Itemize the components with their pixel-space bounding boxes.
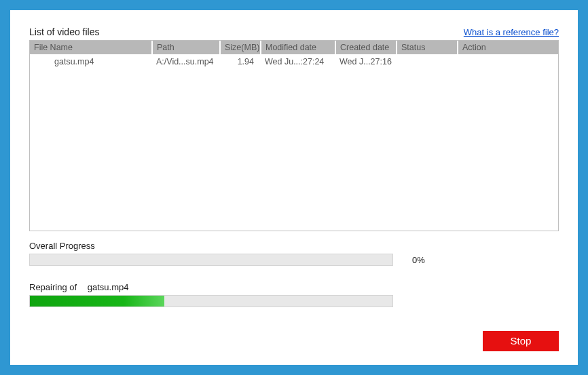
page-title: List of video files xyxy=(29,26,100,37)
table-header-row: File Name Path Size(MB) Modified date Cr… xyxy=(30,41,558,54)
repair-prefix: Repairing of xyxy=(29,282,77,292)
col-header-created[interactable]: Created date xyxy=(335,41,397,54)
col-header-action[interactable]: Action xyxy=(458,41,558,54)
cell-created: Wed J...27:16 xyxy=(335,54,397,69)
file-table-container: File Name Path Size(MB) Modified date Cr… xyxy=(29,40,559,231)
overall-progress-percent: 0% xyxy=(412,255,425,265)
file-table: File Name Path Size(MB) Modified date Cr… xyxy=(30,41,558,69)
overall-progress-label: Overall Progress xyxy=(29,241,559,251)
repair-progress-fill xyxy=(30,296,164,307)
table-row[interactable]: gatsu.mp4 A:/Vid...su.mp4 1.94 Wed Ju...… xyxy=(30,54,558,69)
overall-progress-bar xyxy=(29,254,393,266)
stop-button[interactable]: Stop xyxy=(483,331,559,351)
overall-progress-row: 0% xyxy=(29,254,559,266)
cell-path: A:/Vid...su.mp4 xyxy=(152,54,220,69)
cell-size: 1.94 xyxy=(220,54,261,69)
cell-modified: Wed Ju...:27:24 xyxy=(261,54,335,69)
repair-filename: gatsu.mp4 xyxy=(88,282,129,292)
col-header-status[interactable]: Status xyxy=(397,41,458,54)
repair-progress-label: Repairing of gatsu.mp4 xyxy=(29,282,559,292)
repair-progress-bar xyxy=(29,295,393,307)
app-window: List of video files What is a reference … xyxy=(10,10,578,365)
col-header-size[interactable]: Size(MB) xyxy=(220,41,261,54)
header-row: List of video files What is a reference … xyxy=(29,26,559,37)
col-header-modified[interactable]: Modified date xyxy=(261,41,335,54)
reference-file-link[interactable]: What is a reference file? xyxy=(464,27,559,37)
col-header-path[interactable]: Path xyxy=(152,41,220,54)
cell-action xyxy=(458,54,558,69)
col-header-filename[interactable]: File Name xyxy=(30,41,152,54)
cell-status xyxy=(397,54,458,69)
cell-filename: gatsu.mp4 xyxy=(30,54,152,69)
